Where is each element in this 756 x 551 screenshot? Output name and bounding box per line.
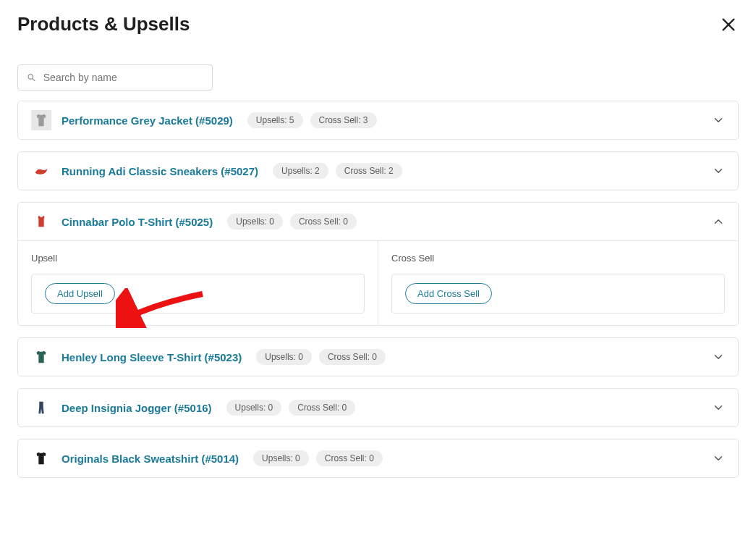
chevron-down-icon[interactable] (712, 114, 725, 127)
add-upsell-button[interactable]: Add Upsell (45, 283, 115, 304)
product-thumb (31, 448, 51, 468)
product-thumb (31, 211, 51, 232)
chevron-down-icon[interactable] (712, 164, 725, 177)
cross-sell-badge: Cross Sell: 3 (310, 112, 377, 128)
chevron-down-icon[interactable] (712, 350, 725, 363)
upsell-badge: Upsells: 0 (253, 450, 309, 466)
close-icon (721, 17, 736, 33)
product-link[interactable]: Cinnabar Polo T-Shirt (#5025) (61, 216, 213, 228)
chevron-down-icon[interactable] (712, 401, 725, 414)
product-row-expanded: Cinnabar Polo T-Shirt (#5025) Upsells: 0… (17, 202, 739, 326)
product-link[interactable]: Originals Black Sweatshirt (#5014) (61, 453, 239, 465)
chevron-down-icon[interactable] (712, 452, 725, 465)
svg-point-2 (28, 75, 33, 79)
upsell-badge: Upsells: 2 (273, 163, 328, 179)
cross-sell-badge: Cross Sell: 0 (316, 450, 383, 466)
upsell-badge: Upsells: 0 (227, 214, 283, 230)
product-link[interactable]: Running Adi Classic Sneakers (#5027) (61, 165, 258, 177)
product-thumb (31, 110, 51, 130)
product-row: Running Adi Classic Sneakers (#5027) Ups… (17, 151, 739, 190)
product-thumb (31, 398, 51, 418)
close-button[interactable] (718, 14, 739, 35)
chevron-up-icon[interactable] (712, 215, 725, 228)
product-row: Deep Insignia Jogger (#5016) Upsells: 0 … (17, 388, 739, 427)
product-row: Performance Grey Jacket (#5029) Upsells:… (17, 101, 739, 140)
cross-sell-badge: Cross Sell: 0 (319, 349, 386, 365)
product-row: Originals Black Sweatshirt (#5014) Upsel… (17, 439, 739, 478)
search-input[interactable] (42, 71, 203, 84)
product-link[interactable]: Performance Grey Jacket (#5029) (61, 114, 233, 127)
cross-sell-badge: Cross Sell: 2 (336, 163, 402, 179)
search-box[interactable] (17, 64, 213, 91)
cross-sell-section-label: Cross Sell (391, 253, 725, 264)
upsell-badge: Upsells: 0 (256, 349, 312, 365)
upsell-badge: Upsells: 5 (247, 112, 303, 128)
search-icon (27, 72, 36, 83)
upsell-badge: Upsells: 0 (226, 400, 282, 416)
page-title: Products & Upsells (17, 13, 190, 35)
svg-line-3 (33, 79, 35, 81)
product-link[interactable]: Deep Insignia Jogger (#5016) (61, 402, 212, 414)
product-row: Henley Long Sleeve T-Shirt (#5023) Upsel… (17, 337, 739, 377)
cross-sell-badge: Cross Sell: 0 (290, 214, 357, 230)
cross-sell-badge: Cross Sell: 0 (289, 400, 355, 416)
product-thumb (31, 161, 51, 181)
add-cross-sell-button[interactable]: Add Cross Sell (405, 283, 492, 304)
product-link[interactable]: Henley Long Sleeve T-Shirt (#5023) (61, 351, 242, 363)
upsell-section-label: Upsell (31, 253, 365, 264)
product-thumb (31, 347, 51, 367)
